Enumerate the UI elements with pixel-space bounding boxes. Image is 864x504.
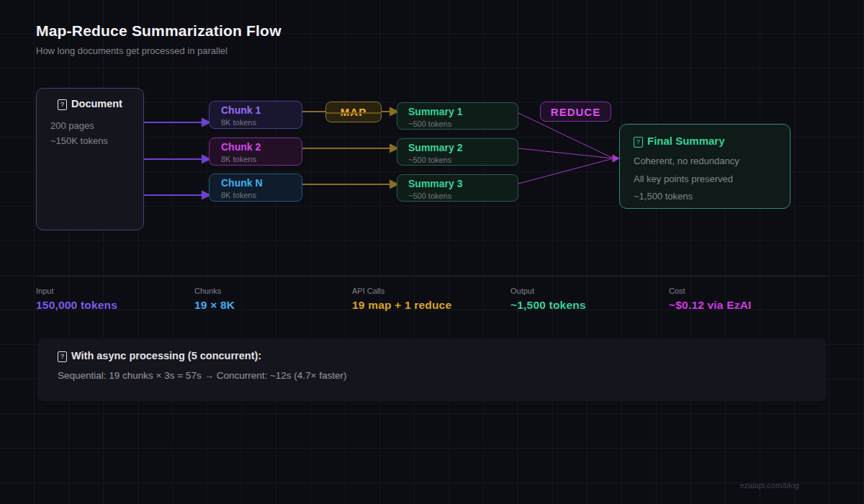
reduce-badge: REDUCE [540,102,611,122]
final-summary-node: ?Final Summary Coherent, no redundancy A… [619,124,791,209]
async-note-missing-glyph-icon: ? [58,351,67,362]
summary-2-title: Summary 2 [408,143,518,153]
document-node-body: 200 pages ~150K tokens [50,118,143,148]
chunk-1-title: Chunk 1 [221,105,302,116]
summary-3-title: Summary 3 [408,179,518,189]
stat-cost-label: Cost [669,287,752,295]
document-missing-glyph-icon: ? [58,99,67,110]
stat-api-calls-label: API Calls [352,287,451,295]
page-subtitle: How long documents get processed in para… [36,45,228,56]
document-node-title: ?Document [37,98,143,110]
stat-chunks-value: 19 × 8K [194,299,235,312]
stats-separator-line [36,276,828,276]
stat-output-value: ~1,500 tokens [510,299,586,312]
stat-input: Input 150,000 tokens [36,287,117,312]
chunk-n-subtitle: 8K tokens [221,191,302,199]
final-summary-body: Coherent, no redundancy All key points p… [634,153,790,206]
document-tokens-text: ~150K tokens [50,133,143,148]
stat-output-label: Output [510,287,586,295]
chunk-1-node: Chunk 1 8K tokens [209,101,302,129]
summary2-to-final-line [518,148,613,158]
stat-chunks-label: Chunks [194,287,235,295]
stat-input-value: 150,000 tokens [36,299,117,312]
stat-input-label: Input [36,287,117,295]
final-summary-title-text: Final Summary [647,135,725,147]
stat-api-calls: API Calls 19 map + 1 reduce [352,287,451,312]
chunk-n-node: Chunk N 8K tokens [209,174,302,202]
chunk-2-subtitle: 8K tokens [221,155,302,163]
summary3-to-final-line [518,158,613,184]
summary-2-node: Summary 2 ~500 tokens [397,138,518,166]
stat-cost: Cost ~$0.12 via EzAI [669,287,752,312]
reduce-to-final-arrowhead-icon [613,155,619,162]
final-summary-line: ~1,500 tokens [634,188,790,206]
async-note-body: Sequential: 19 chunks × 3s = 57s → Concu… [58,370,827,381]
final-summary-line: All key points preserved [634,171,790,189]
document-title-text: Document [71,98,122,109]
summary-3-subtitle: ~500 tokens [408,192,518,200]
stat-cost-value: ~$0.12 via EzAI [669,299,752,312]
chunk-2-node: Chunk 2 8K tokens [209,138,302,166]
summary-1-subtitle: ~500 tokens [408,120,518,128]
final-summary-line: Coherent, no redundancy [634,153,790,171]
chunk-2-title: Chunk 2 [221,142,302,153]
stat-output: Output ~1,500 tokens [510,287,586,312]
flow-connectors [0,0,864,504]
chunk-1-subtitle: 8K tokens [221,118,302,127]
async-note-title-text: With async processing (5 concurrent): [71,350,261,361]
stat-api-calls-value: 19 map + 1 reduce [352,299,451,312]
summary-3-node: Summary 3 ~500 tokens [397,174,518,202]
final-summary-missing-glyph-icon: ? [634,137,643,148]
chunk-n-title: Chunk N [221,178,302,189]
map-badge-arrow-overlay [326,112,382,114]
final-summary-title: ?Final Summary [634,135,790,148]
async-note-panel: ?With async processing (5 concurrent): S… [37,338,827,401]
document-pages-text: 200 pages [50,118,143,133]
document-node: ?Document 200 pages ~150K tokens [36,88,144,230]
summary-1-title: Summary 1 [408,107,518,117]
summary-2-subtitle: ~500 tokens [408,156,518,164]
async-note-title: ?With async processing (5 concurrent): [58,350,827,362]
stat-chunks: Chunks 19 × 8K [194,287,235,312]
page-title: Map-Reduce Summarization Flow [36,22,282,40]
watermark-url: ezaiapi.com/blog [739,481,799,490]
summary-1-node: Summary 1 ~500 tokens [397,102,518,130]
